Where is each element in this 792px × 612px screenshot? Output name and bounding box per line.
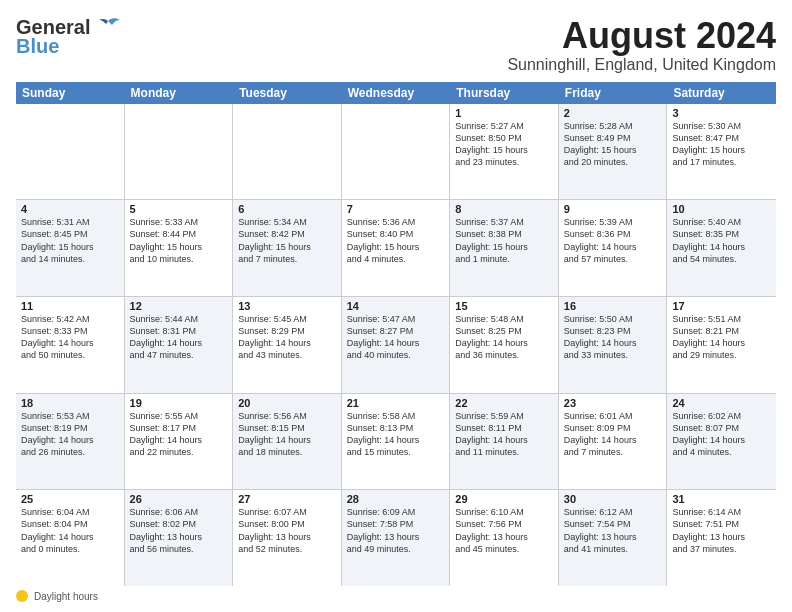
calendar-cell: 9Sunrise: 5:39 AM Sunset: 8:36 PM Daylig… [559, 200, 668, 296]
calendar-cell: 20Sunrise: 5:56 AM Sunset: 8:15 PM Dayli… [233, 394, 342, 490]
day-number: 21 [347, 397, 445, 409]
calendar-cell: 13Sunrise: 5:45 AM Sunset: 8:29 PM Dayli… [233, 297, 342, 393]
logo: General Blue [16, 16, 122, 58]
day-info: Sunrise: 6:02 AM Sunset: 8:07 PM Dayligh… [672, 410, 771, 459]
day-number: 13 [238, 300, 336, 312]
day-info: Sunrise: 6:10 AM Sunset: 7:56 PM Dayligh… [455, 506, 553, 555]
day-info: Sunrise: 5:37 AM Sunset: 8:38 PM Dayligh… [455, 216, 553, 265]
calendar-cell [125, 104, 234, 200]
calendar-cell: 7Sunrise: 5:36 AM Sunset: 8:40 PM Daylig… [342, 200, 451, 296]
day-info: Sunrise: 5:30 AM Sunset: 8:47 PM Dayligh… [672, 120, 771, 169]
day-number: 25 [21, 493, 119, 505]
day-number: 22 [455, 397, 553, 409]
calendar-body: 1Sunrise: 5:27 AM Sunset: 8:50 PM Daylig… [16, 104, 776, 586]
day-number: 8 [455, 203, 553, 215]
day-of-week-saturday: Saturday [667, 82, 776, 104]
day-of-week-tuesday: Tuesday [233, 82, 342, 104]
day-number: 30 [564, 493, 662, 505]
day-of-week-wednesday: Wednesday [342, 82, 451, 104]
calendar-cell: 22Sunrise: 5:59 AM Sunset: 8:11 PM Dayli… [450, 394, 559, 490]
calendar-cell: 8Sunrise: 5:37 AM Sunset: 8:38 PM Daylig… [450, 200, 559, 296]
calendar-cell: 21Sunrise: 5:58 AM Sunset: 8:13 PM Dayli… [342, 394, 451, 490]
calendar-week-5: 25Sunrise: 6:04 AM Sunset: 8:04 PM Dayli… [16, 490, 776, 586]
day-info: Sunrise: 5:34 AM Sunset: 8:42 PM Dayligh… [238, 216, 336, 265]
day-info: Sunrise: 6:09 AM Sunset: 7:58 PM Dayligh… [347, 506, 445, 555]
title-block: August 2024 Sunninghill, England, United… [507, 16, 776, 74]
day-info: Sunrise: 5:55 AM Sunset: 8:17 PM Dayligh… [130, 410, 228, 459]
day-number: 18 [21, 397, 119, 409]
calendar-cell: 2Sunrise: 5:28 AM Sunset: 8:49 PM Daylig… [559, 104, 668, 200]
day-info: Sunrise: 5:47 AM Sunset: 8:27 PM Dayligh… [347, 313, 445, 362]
calendar-cell: 12Sunrise: 5:44 AM Sunset: 8:31 PM Dayli… [125, 297, 234, 393]
day-info: Sunrise: 5:31 AM Sunset: 8:45 PM Dayligh… [21, 216, 119, 265]
day-info: Sunrise: 5:39 AM Sunset: 8:36 PM Dayligh… [564, 216, 662, 265]
day-number: 3 [672, 107, 771, 119]
day-number: 19 [130, 397, 228, 409]
day-info: Sunrise: 6:04 AM Sunset: 8:04 PM Dayligh… [21, 506, 119, 555]
page-header: General Blue August 2024 Sunninghill, En… [16, 16, 776, 74]
day-info: Sunrise: 6:12 AM Sunset: 7:54 PM Dayligh… [564, 506, 662, 555]
calendar-cell: 15Sunrise: 5:48 AM Sunset: 8:25 PM Dayli… [450, 297, 559, 393]
calendar-cell: 25Sunrise: 6:04 AM Sunset: 8:04 PM Dayli… [16, 490, 125, 586]
day-number: 7 [347, 203, 445, 215]
day-number: 29 [455, 493, 553, 505]
day-number: 4 [21, 203, 119, 215]
logo-blue: Blue [16, 35, 59, 58]
calendar-cell: 3Sunrise: 5:30 AM Sunset: 8:47 PM Daylig… [667, 104, 776, 200]
day-info: Sunrise: 5:44 AM Sunset: 8:31 PM Dayligh… [130, 313, 228, 362]
day-info: Sunrise: 5:56 AM Sunset: 8:15 PM Dayligh… [238, 410, 336, 459]
day-number: 28 [347, 493, 445, 505]
calendar-week-1: 1Sunrise: 5:27 AM Sunset: 8:50 PM Daylig… [16, 104, 776, 201]
calendar-cell: 6Sunrise: 5:34 AM Sunset: 8:42 PM Daylig… [233, 200, 342, 296]
day-number: 9 [564, 203, 662, 215]
calendar-cell: 19Sunrise: 5:55 AM Sunset: 8:17 PM Dayli… [125, 394, 234, 490]
day-of-week-friday: Friday [559, 82, 668, 104]
calendar-cell [342, 104, 451, 200]
calendar-cell: 5Sunrise: 5:33 AM Sunset: 8:44 PM Daylig… [125, 200, 234, 296]
calendar-cell: 17Sunrise: 5:51 AM Sunset: 8:21 PM Dayli… [667, 297, 776, 393]
calendar-cell: 10Sunrise: 5:40 AM Sunset: 8:35 PM Dayli… [667, 200, 776, 296]
calendar-cell: 14Sunrise: 5:47 AM Sunset: 8:27 PM Dayli… [342, 297, 451, 393]
day-number: 17 [672, 300, 771, 312]
day-number: 26 [130, 493, 228, 505]
calendar-week-3: 11Sunrise: 5:42 AM Sunset: 8:33 PM Dayli… [16, 297, 776, 394]
day-info: Sunrise: 5:27 AM Sunset: 8:50 PM Dayligh… [455, 120, 553, 169]
day-info: Sunrise: 5:42 AM Sunset: 8:33 PM Dayligh… [21, 313, 119, 362]
daylight-icon [16, 590, 28, 602]
day-info: Sunrise: 5:33 AM Sunset: 8:44 PM Dayligh… [130, 216, 228, 265]
calendar-cell: 23Sunrise: 6:01 AM Sunset: 8:09 PM Dayli… [559, 394, 668, 490]
day-info: Sunrise: 5:50 AM Sunset: 8:23 PM Dayligh… [564, 313, 662, 362]
calendar-cell [233, 104, 342, 200]
calendar-cell: 26Sunrise: 6:06 AM Sunset: 8:02 PM Dayli… [125, 490, 234, 586]
day-info: Sunrise: 5:51 AM Sunset: 8:21 PM Dayligh… [672, 313, 771, 362]
day-number: 31 [672, 493, 771, 505]
calendar-week-4: 18Sunrise: 5:53 AM Sunset: 8:19 PM Dayli… [16, 394, 776, 491]
day-number: 12 [130, 300, 228, 312]
calendar-cell: 30Sunrise: 6:12 AM Sunset: 7:54 PM Dayli… [559, 490, 668, 586]
calendar: SundayMondayTuesdayWednesdayThursdayFrid… [16, 82, 776, 586]
calendar-cell [16, 104, 125, 200]
day-info: Sunrise: 6:01 AM Sunset: 8:09 PM Dayligh… [564, 410, 662, 459]
calendar-cell: 11Sunrise: 5:42 AM Sunset: 8:33 PM Dayli… [16, 297, 125, 393]
calendar-cell: 28Sunrise: 6:09 AM Sunset: 7:58 PM Dayli… [342, 490, 451, 586]
day-number: 5 [130, 203, 228, 215]
day-info: Sunrise: 6:07 AM Sunset: 8:00 PM Dayligh… [238, 506, 336, 555]
day-info: Sunrise: 5:59 AM Sunset: 8:11 PM Dayligh… [455, 410, 553, 459]
day-info: Sunrise: 6:14 AM Sunset: 7:51 PM Dayligh… [672, 506, 771, 555]
day-number: 27 [238, 493, 336, 505]
day-of-week-monday: Monday [125, 82, 234, 104]
main-title: August 2024 [507, 16, 776, 56]
day-number: 2 [564, 107, 662, 119]
calendar-cell: 29Sunrise: 6:10 AM Sunset: 7:56 PM Dayli… [450, 490, 559, 586]
day-info: Sunrise: 5:53 AM Sunset: 8:19 PM Dayligh… [21, 410, 119, 459]
day-number: 6 [238, 203, 336, 215]
day-info: Sunrise: 5:28 AM Sunset: 8:49 PM Dayligh… [564, 120, 662, 169]
calendar-header: SundayMondayTuesdayWednesdayThursdayFrid… [16, 82, 776, 104]
calendar-cell: 24Sunrise: 6:02 AM Sunset: 8:07 PM Dayli… [667, 394, 776, 490]
calendar-cell: 18Sunrise: 5:53 AM Sunset: 8:19 PM Dayli… [16, 394, 125, 490]
day-info: Sunrise: 6:06 AM Sunset: 8:02 PM Dayligh… [130, 506, 228, 555]
day-number: 20 [238, 397, 336, 409]
logo-bird-icon [94, 17, 122, 39]
day-number: 23 [564, 397, 662, 409]
day-info: Sunrise: 5:36 AM Sunset: 8:40 PM Dayligh… [347, 216, 445, 265]
